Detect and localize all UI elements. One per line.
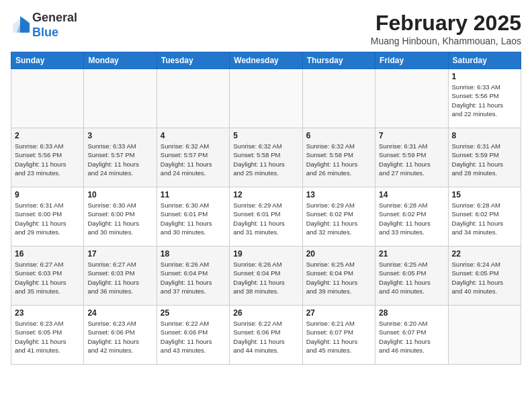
weekday-header-tuesday: Tuesday [157, 52, 229, 69]
day-number: 23 [15, 308, 80, 318]
day-number: 19 [233, 249, 298, 259]
logo-text: General Blue [32, 11, 77, 40]
calendar-cell: 4Sunrise: 6:32 AM Sunset: 5:57 PM Daylig… [157, 128, 229, 187]
day-info: Sunrise: 6:33 AM Sunset: 5:57 PM Dayligh… [87, 142, 152, 177]
calendar-cell: 9Sunrise: 6:31 AM Sunset: 6:00 PM Daylig… [11, 187, 84, 246]
location: Muang Hinboun, Khammouan, Laos [371, 36, 521, 46]
day-number: 7 [379, 131, 444, 140]
day-number: 9 [15, 190, 80, 199]
day-number: 18 [161, 249, 226, 259]
calendar-cell: 6Sunrise: 6:32 AM Sunset: 5:58 PM Daylig… [302, 128, 375, 187]
day-info: Sunrise: 6:31 AM Sunset: 6:00 PM Dayligh… [15, 201, 80, 236]
day-info: Sunrise: 6:28 AM Sunset: 6:02 PM Dayligh… [379, 201, 444, 236]
calendar-cell: 24Sunrise: 6:23 AM Sunset: 6:06 PM Dayli… [84, 306, 157, 365]
day-number: 1 [452, 72, 517, 81]
page-header: General Blue February 2025 Muang Hinboun… [11, 11, 521, 46]
day-info: Sunrise: 6:27 AM Sunset: 6:03 PM Dayligh… [87, 260, 152, 295]
day-info: Sunrise: 6:23 AM Sunset: 6:06 PM Dayligh… [87, 319, 152, 355]
weekday-header-monday: Monday [84, 52, 157, 69]
calendar-cell: 14Sunrise: 6:28 AM Sunset: 6:02 PM Dayli… [375, 187, 448, 246]
day-info: Sunrise: 6:32 AM Sunset: 5:58 PM Dayligh… [233, 142, 298, 177]
day-info: Sunrise: 6:31 AM Sunset: 5:59 PM Dayligh… [452, 142, 517, 177]
calendar-cell: 1Sunrise: 6:33 AM Sunset: 5:56 PM Daylig… [448, 69, 521, 128]
day-info: Sunrise: 6:32 AM Sunset: 5:57 PM Dayligh… [161, 142, 226, 177]
calendar-cell: 2Sunrise: 6:33 AM Sunset: 5:56 PM Daylig… [11, 128, 84, 187]
day-number: 20 [306, 249, 371, 259]
day-info: Sunrise: 6:27 AM Sunset: 6:03 PM Dayligh… [15, 260, 80, 295]
calendar-table: SundayMondayTuesdayWednesdayThursdayFrid… [11, 52, 521, 365]
calendar-cell: 19Sunrise: 6:26 AM Sunset: 6:04 PM Dayli… [230, 246, 302, 306]
day-number: 11 [161, 190, 226, 199]
day-number: 2 [15, 131, 80, 140]
weekday-header-row: SundayMondayTuesdayWednesdayThursdayFrid… [11, 52, 521, 69]
weekday-header-thursday: Thursday [302, 52, 375, 69]
day-info: Sunrise: 6:30 AM Sunset: 6:00 PM Dayligh… [87, 201, 152, 236]
calendar-cell: 16Sunrise: 6:27 AM Sunset: 6:03 PM Dayli… [11, 246, 84, 306]
month-title: February 2025 [371, 11, 521, 36]
day-number: 3 [87, 131, 152, 140]
day-info: Sunrise: 6:30 AM Sunset: 6:01 PM Dayligh… [161, 201, 226, 236]
svg-marker-2 [20, 16, 30, 33]
logo-blue: Blue [32, 26, 58, 39]
day-info: Sunrise: 6:22 AM Sunset: 6:06 PM Dayligh… [161, 319, 226, 355]
calendar-cell: 8Sunrise: 6:31 AM Sunset: 5:59 PM Daylig… [448, 128, 521, 187]
day-number: 13 [306, 190, 371, 199]
day-info: Sunrise: 6:25 AM Sunset: 6:05 PM Dayligh… [379, 260, 444, 295]
calendar-cell: 22Sunrise: 6:24 AM Sunset: 6:05 PM Dayli… [448, 246, 521, 306]
logo-icon [11, 16, 30, 35]
day-info: Sunrise: 6:33 AM Sunset: 5:56 PM Dayligh… [452, 83, 517, 118]
day-number: 15 [452, 190, 517, 199]
day-info: Sunrise: 6:28 AM Sunset: 6:02 PM Dayligh… [452, 201, 517, 236]
logo: General Blue [11, 11, 77, 40]
day-info: Sunrise: 6:24 AM Sunset: 6:05 PM Dayligh… [452, 260, 517, 295]
day-number: 14 [379, 190, 444, 199]
calendar-cell: 21Sunrise: 6:25 AM Sunset: 6:05 PM Dayli… [375, 246, 448, 306]
week-row-5: 23Sunrise: 6:23 AM Sunset: 6:05 PM Dayli… [11, 306, 521, 365]
calendar-cell [157, 69, 229, 128]
week-row-1: 1Sunrise: 6:33 AM Sunset: 5:56 PM Daylig… [11, 69, 521, 128]
calendar-cell: 26Sunrise: 6:22 AM Sunset: 6:06 PM Dayli… [230, 306, 302, 365]
day-number: 10 [87, 190, 152, 199]
calendar-cell: 23Sunrise: 6:23 AM Sunset: 6:05 PM Dayli… [11, 306, 84, 365]
calendar-cell: 11Sunrise: 6:30 AM Sunset: 6:01 PM Dayli… [157, 187, 229, 246]
day-number: 6 [306, 131, 371, 140]
day-info: Sunrise: 6:26 AM Sunset: 6:04 PM Dayligh… [161, 260, 226, 295]
logo-general: General [32, 11, 77, 24]
calendar-cell: 10Sunrise: 6:30 AM Sunset: 6:00 PM Dayli… [84, 187, 157, 246]
week-row-3: 9Sunrise: 6:31 AM Sunset: 6:00 PM Daylig… [11, 187, 521, 246]
day-number: 22 [452, 249, 517, 259]
day-number: 17 [87, 249, 152, 259]
day-info: Sunrise: 6:29 AM Sunset: 6:01 PM Dayligh… [233, 201, 298, 236]
day-info: Sunrise: 6:26 AM Sunset: 6:04 PM Dayligh… [233, 260, 298, 295]
day-info: Sunrise: 6:33 AM Sunset: 5:56 PM Dayligh… [15, 142, 80, 177]
day-info: Sunrise: 6:25 AM Sunset: 6:04 PM Dayligh… [306, 260, 371, 295]
day-number: 25 [161, 308, 226, 318]
day-number: 28 [379, 308, 444, 318]
day-number: 26 [233, 308, 298, 318]
calendar-cell: 18Sunrise: 6:26 AM Sunset: 6:04 PM Dayli… [157, 246, 229, 306]
calendar-cell [230, 69, 302, 128]
day-info: Sunrise: 6:32 AM Sunset: 5:58 PM Dayligh… [306, 142, 371, 177]
day-number: 5 [233, 131, 298, 140]
calendar-cell: 3Sunrise: 6:33 AM Sunset: 5:57 PM Daylig… [84, 128, 157, 187]
calendar-cell: 7Sunrise: 6:31 AM Sunset: 5:59 PM Daylig… [375, 128, 448, 187]
day-info: Sunrise: 6:20 AM Sunset: 6:07 PM Dayligh… [379, 319, 444, 355]
calendar-cell: 20Sunrise: 6:25 AM Sunset: 6:04 PM Dayli… [302, 246, 375, 306]
calendar-cell: 13Sunrise: 6:29 AM Sunset: 6:02 PM Dayli… [302, 187, 375, 246]
day-info: Sunrise: 6:29 AM Sunset: 6:02 PM Dayligh… [306, 201, 371, 236]
calendar-cell: 28Sunrise: 6:20 AM Sunset: 6:07 PM Dayli… [375, 306, 448, 365]
day-info: Sunrise: 6:22 AM Sunset: 6:06 PM Dayligh… [233, 319, 298, 355]
weekday-header-saturday: Saturday [448, 52, 521, 69]
day-info: Sunrise: 6:23 AM Sunset: 6:05 PM Dayligh… [15, 319, 80, 355]
title-block: February 2025 Muang Hinboun, Khammouan, … [371, 11, 521, 46]
weekday-header-friday: Friday [375, 52, 448, 69]
day-number: 21 [379, 249, 444, 259]
calendar-cell [84, 69, 157, 128]
day-number: 16 [15, 249, 80, 259]
day-number: 12 [233, 190, 298, 199]
day-number: 27 [306, 308, 371, 318]
calendar-cell [375, 69, 448, 128]
week-row-2: 2Sunrise: 6:33 AM Sunset: 5:56 PM Daylig… [11, 128, 521, 187]
calendar-cell: 17Sunrise: 6:27 AM Sunset: 6:03 PM Dayli… [84, 246, 157, 306]
day-number: 8 [452, 131, 517, 140]
